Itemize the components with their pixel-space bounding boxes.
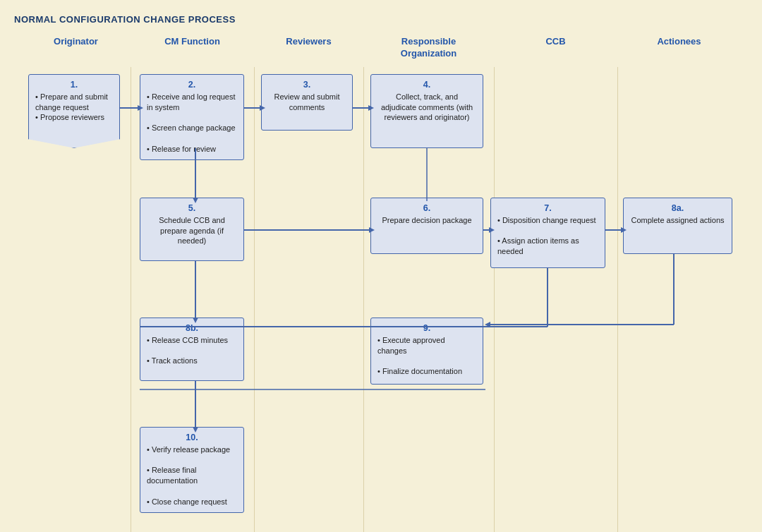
- col-header-reviewers: Reviewers: [254, 36, 363, 60]
- svg-marker-11: [489, 227, 495, 233]
- col-header-originator: Originator: [21, 36, 131, 60]
- diagram-area: 1. • Prepare and submit change request •…: [21, 67, 755, 532]
- arrow-9-loop: [140, 385, 485, 394]
- step-text-10: • Verify release package • Release final…: [147, 445, 237, 507]
- arrow-2-to-5: [191, 148, 200, 205]
- step-text-5: Schedule CCB and prepare agenda (if need…: [147, 215, 237, 247]
- arrow-5-to-6: [244, 226, 376, 234]
- col-header-resp-org: ResponsibleOrganization: [363, 36, 494, 60]
- step-text-4: Collect, track, and adjudicate comments …: [377, 92, 476, 123]
- column-headers: Originator CM Function Reviewers Respons…: [14, 36, 748, 60]
- process-box-6: 6. Prepare decision package: [370, 198, 483, 254]
- col-header-cm: CM Function: [131, 36, 254, 60]
- step-num-5: 5.: [147, 203, 237, 213]
- step-text-6: Prepare decision package: [377, 215, 476, 226]
- process-box-8a: 8a. Complete assigned actions: [623, 198, 732, 254]
- step-num-3: 3.: [268, 80, 346, 90]
- arrow-3-to-4: [353, 104, 375, 112]
- step-num-1: 1.: [35, 80, 113, 90]
- process-box-5: 5. Schedule CCB and prepare agenda (if n…: [140, 198, 244, 261]
- page-title: NORMAL CONFIGURATION CHANGE PROCESS: [14, 14, 748, 25]
- step-num-10: 10.: [147, 433, 237, 442]
- step-num-2: 2.: [147, 80, 237, 90]
- step-text-8a: Complete assigned actions: [630, 215, 725, 226]
- step-text-3: Review and submit comments: [268, 92, 346, 113]
- svg-marker-3: [260, 105, 265, 111]
- process-box-1: 1. • Prepare and submit change request •…: [28, 74, 120, 148]
- svg-marker-7: [193, 198, 198, 203]
- col-divider-1: [131, 67, 131, 532]
- process-box-3: 3. Review and submit comments: [261, 74, 353, 131]
- process-box-10: 10. • Verify release package • Release f…: [140, 427, 244, 513]
- step-num-8a: 8a.: [630, 203, 725, 213]
- svg-marker-9: [369, 227, 375, 233]
- col-header-ccb: CCB: [494, 36, 617, 60]
- process-box-2: 2. • Receive and log request in system •…: [140, 74, 244, 160]
- step-num-4: 4.: [377, 80, 476, 90]
- process-box-4: 4. Collect, track, and adjudicate commen…: [370, 74, 483, 148]
- step-text-2: • Receive and log request in system • Sc…: [147, 92, 237, 155]
- arrow-2-to-3: [244, 104, 267, 112]
- svg-marker-13: [621, 227, 627, 233]
- arrow-7-to-8b: [140, 268, 549, 332]
- svg-marker-5: [368, 105, 374, 111]
- col-header-actionees: Actionees: [617, 36, 741, 60]
- step-num-6: 6.: [377, 203, 476, 213]
- step-text-8b: • Release CCB minutes • Track actions: [147, 335, 237, 367]
- arrow-1-to-2: [120, 104, 145, 112]
- arrow-4-to-row2: [370, 148, 483, 205]
- step-text-1: • Prepare and submit change request • Pr…: [35, 92, 113, 123]
- step-text-9: • Execute approved changes • Finalize do…: [377, 335, 476, 377]
- svg-marker-1: [138, 105, 143, 111]
- arrow-7-to-8a: [605, 226, 628, 234]
- svg-marker-22: [193, 427, 198, 433]
- step-text-7: • Disposition change request • Assign ac…: [497, 215, 598, 257]
- step-num-7: 7.: [497, 203, 598, 213]
- arrow-6-to-7: [483, 226, 496, 234]
